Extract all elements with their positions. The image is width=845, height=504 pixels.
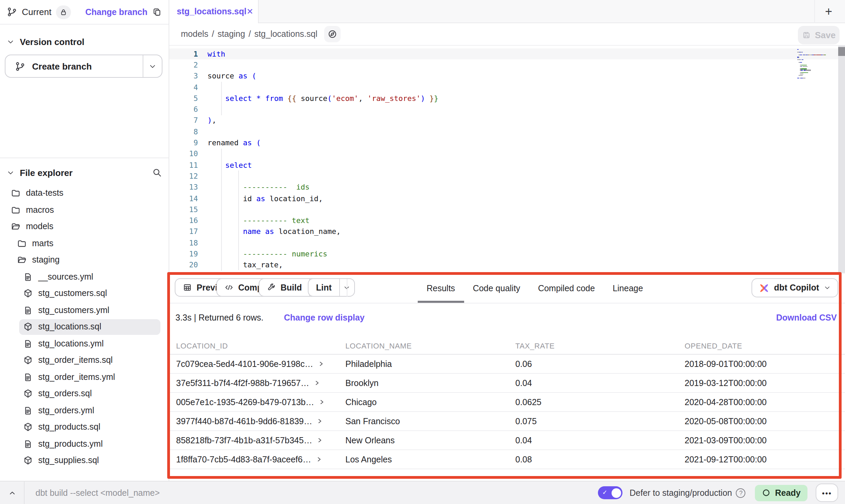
code-line-4[interactable]: 4 — [169, 82, 845, 93]
column-header[interactable]: LOCATION_ID — [176, 342, 345, 350]
expand-cell-icon[interactable] — [317, 437, 323, 443]
code-line-9[interactable]: 9renamed as ( — [169, 137, 845, 149]
command-input[interactable]: dbt build --select <model_name> — [35, 488, 160, 498]
version-control-header[interactable]: Version control — [7, 37, 84, 47]
file-tree-item-stg-orders-sql[interactable]: stg_orders.sql — [0, 385, 169, 402]
branch-lock-badge — [56, 5, 71, 19]
code-line-20[interactable]: 20 tax_rate, — [169, 260, 845, 271]
code-text: ---------- ids — [207, 183, 310, 192]
file-tree-item-stg-products-yml[interactable]: stg_products.yml — [0, 435, 169, 452]
breadcrumb-segment[interactable]: models — [181, 29, 209, 39]
create-branch-main[interactable]: Create branch — [5, 55, 143, 77]
file-explorer-header[interactable]: File explorer — [7, 164, 162, 181]
code-editor[interactable]: 1with23source as (45 select * from {{ so… — [169, 46, 845, 273]
chevron-up-icon — [8, 489, 16, 497]
panel-tab-results[interactable]: Results — [418, 273, 464, 303]
cell-tax-rate: 0.0625 — [515, 397, 685, 407]
file-tree-item-marts[interactable]: marts — [0, 235, 169, 252]
code-line-10[interactable]: 10 — [169, 148, 845, 160]
tab-stg-locations-sql[interactable]: stg_locations.sql ✕ — [169, 0, 259, 23]
file-tree-item-stg-customers-sql[interactable]: stg_customers.sql — [0, 285, 169, 302]
code-line-11[interactable]: 11 select — [169, 160, 845, 171]
lint-main[interactable]: Lint — [309, 279, 339, 296]
file-tree-item-staging[interactable]: staging — [0, 252, 169, 268]
expand-cell-icon[interactable] — [318, 361, 324, 367]
build-main[interactable]: Build — [259, 279, 310, 296]
lineage-compass-button[interactable] — [324, 26, 341, 42]
more-options-button[interactable]: ••• — [816, 484, 838, 502]
minimap-line — [797, 76, 835, 77]
file-tree-item-stg-locations-yml[interactable]: stg_locations.yml — [0, 335, 169, 352]
file-tree-item-stg-order-items-sql[interactable]: stg_order_items.sql — [0, 352, 169, 369]
new-tab-button[interactable]: + — [821, 4, 836, 19]
file-tree-item-data-tests[interactable]: data-tests — [0, 185, 169, 202]
minimap-line — [797, 50, 835, 51]
save-button[interactable]: Save — [798, 26, 840, 44]
code-line-18[interactable]: 18 — [169, 237, 845, 249]
line-number: 11 — [169, 161, 207, 169]
minimap-line — [797, 49, 835, 50]
code-text: id as location_id, — [207, 194, 323, 203]
file-name: __sources.yml — [38, 272, 93, 282]
breadcrumb-segment[interactable]: staging — [218, 29, 245, 39]
code-line-14[interactable]: 14 id as location_id, — [169, 193, 845, 204]
download-csv-link[interactable]: Download CSV — [776, 313, 837, 323]
table-header-row: LOCATION_IDLOCATION_NAMETAX_RATEOPENED_D… — [169, 338, 845, 355]
file-tree-item-stg-locations-sql[interactable]: stg_locations.sql — [0, 318, 169, 335]
expand-cell-icon[interactable] — [319, 399, 325, 405]
create-branch-dropdown[interactable] — [143, 55, 162, 77]
panel-tab-lineage[interactable]: Lineage — [604, 273, 652, 303]
code-line-17[interactable]: 17 name as location_name, — [169, 226, 845, 238]
expand-cell-icon[interactable] — [316, 456, 322, 462]
file-name: stg_locations.sql — [38, 322, 101, 332]
close-icon[interactable]: ✕ — [246, 7, 253, 16]
file-tree-item-macros[interactable]: macros — [0, 202, 169, 218]
code-line-3[interactable]: 3source as ( — [169, 71, 845, 82]
file-tree-item-stg-orders-yml[interactable]: stg_orders.yml — [0, 402, 169, 419]
file-tree-item-models[interactable]: models — [0, 218, 169, 235]
file-name: stg_order_items.yml — [38, 372, 115, 382]
editor-scrollbar-track[interactable] — [838, 46, 845, 273]
panel-tab-code-quality[interactable]: Code quality — [464, 273, 529, 303]
file-tree-item--sources-yml[interactable]: __sources.yml — [0, 268, 169, 285]
code-line-5[interactable]: 5 select * from {{ source('ecom', 'raw_s… — [169, 93, 845, 104]
code-line-1[interactable]: 1with — [169, 48, 845, 60]
change-branch-link[interactable]: Change branch — [85, 7, 147, 17]
column-header[interactable]: LOCATION_NAME — [345, 342, 515, 350]
change-row-display-link[interactable]: Change row display — [284, 313, 364, 323]
ide-status-badge[interactable]: Ready — [755, 485, 807, 501]
defer-toggle[interactable]: ✓ — [598, 486, 623, 499]
file-tree-item-stg-supplies-sql[interactable]: stg_supplies.sql — [0, 452, 169, 469]
help-icon[interactable]: ? — [736, 488, 746, 498]
code-line-13[interactable]: 13 ---------- ids — [169, 182, 845, 193]
dbt-copilot-label: dbt Copilot — [774, 283, 819, 293]
code-line-8[interactable]: 8 — [169, 126, 845, 137]
panel-tab-compiled-code[interactable]: Compiled code — [529, 273, 604, 303]
code-line-2[interactable]: 2 — [169, 60, 845, 71]
code-line-15[interactable]: 15 — [169, 204, 845, 215]
code-line-16[interactable]: 16 ---------- text — [169, 215, 845, 226]
code-line-7[interactable]: 7), — [169, 115, 845, 127]
breadcrumb-segment[interactable]: stg_locations.sql — [254, 29, 317, 39]
file-tree-item-stg-order-items-yml[interactable]: stg_order_items.yml — [0, 369, 169, 385]
code-line-12[interactable]: 12 — [169, 171, 845, 182]
folder-icon — [11, 189, 20, 198]
collapse-command-bar-button[interactable] — [0, 481, 25, 504]
code-line-19[interactable]: 19 ---------- numerics — [169, 249, 845, 260]
copy-branch-icon[interactable] — [152, 7, 162, 17]
column-header[interactable]: TAX_RATE — [515, 342, 685, 350]
file-tree-item-stg-products-sql[interactable]: stg_products.sql — [0, 419, 169, 435]
expand-cell-icon[interactable] — [314, 380, 320, 386]
editor-minimap[interactable] — [797, 49, 835, 79]
search-icon[interactable] — [152, 168, 162, 177]
cell-location-id: 858218fb-73f7-4b1b-a31f-57b345… — [176, 435, 312, 445]
editor-scrollbar-thumb[interactable] — [838, 47, 845, 56]
file-tree-item-stg-customers-yml[interactable]: stg_customers.yml — [0, 302, 169, 318]
column-header[interactable]: OPENED_DATE — [685, 342, 845, 350]
code-line-6[interactable]: 6 — [169, 104, 845, 115]
expand-cell-icon[interactable] — [317, 418, 323, 424]
cell-tax-rate: 0.06 — [515, 359, 685, 369]
dbt-copilot-button[interactable]: dbt Copilot — [751, 278, 838, 297]
model-icon — [23, 322, 33, 332]
table-row: 37e5f311-b7f4-4f2f-988b-719657…Brooklyn0… — [169, 374, 845, 393]
